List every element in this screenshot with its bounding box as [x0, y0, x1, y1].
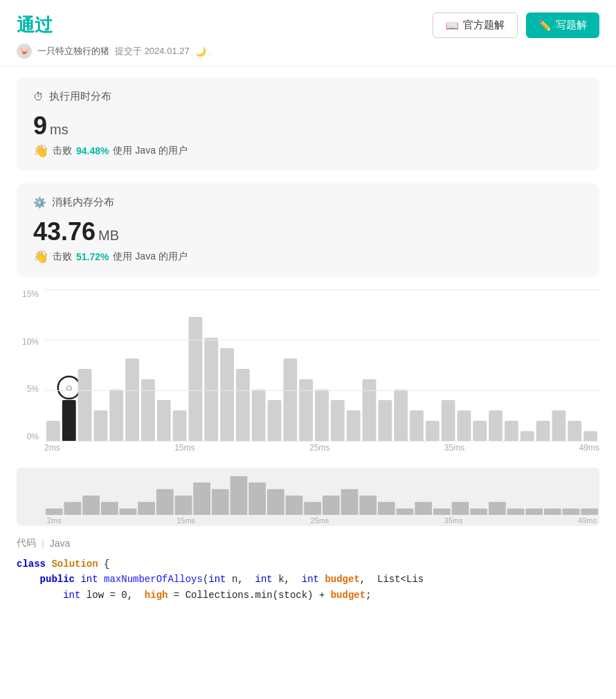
time-beat-suffix: 使用 Java 的用户 [113, 145, 187, 157]
mini-x-1: 15ms [176, 516, 195, 525]
mini-x-0: 2ms [47, 516, 62, 525]
svg-rect-16 [268, 400, 282, 442]
svg-rect-64 [544, 509, 561, 515]
time-beat-pct: 94.48% [76, 145, 109, 156]
svg-rect-17 [283, 358, 297, 442]
lang-name: Java [50, 538, 71, 549]
svg-rect-13 [220, 348, 234, 442]
user-row: 🐷 一只特立独行的猪 提交于 2024.01.27 🌙 . [17, 44, 599, 59]
svg-rect-39 [82, 496, 100, 515]
code-line-1: class Solution { [17, 556, 599, 572]
svg-rect-10 [173, 410, 187, 442]
svg-rect-27 [442, 400, 455, 442]
write-solution-label: 写题解 [556, 19, 587, 32]
svg-rect-54 [359, 496, 377, 515]
svg-rect-8 [141, 379, 155, 442]
code-label: 代码 [17, 537, 36, 550]
memory-unit: MB [98, 228, 119, 243]
code-line-2: public int maxNumberOfAlloys(int n, int … [17, 572, 599, 587]
svg-rect-60 [470, 509, 487, 515]
svg-rect-49 [267, 489, 284, 515]
svg-rect-11 [188, 317, 202, 442]
memory-card-header: ⚙️ 消耗内存分布 [33, 196, 583, 209]
svg-rect-28 [458, 410, 471, 442]
svg-rect-4 [78, 369, 92, 442]
memory-value: 43.76MB [33, 217, 583, 246]
pencil-icon: ✏️ [538, 19, 552, 32]
book-icon: 📖 [446, 19, 459, 32]
svg-rect-37 [46, 509, 63, 515]
mem-icon: ⚙️ [33, 197, 46, 209]
submit-date: 2024.01.27 [145, 46, 190, 56]
svg-rect-18 [299, 379, 313, 442]
mini-x-labels: 2ms 15ms 25ms 35ms 49ms [44, 515, 599, 526]
write-solution-button[interactable]: ✏️ 写题解 [526, 12, 599, 38]
svg-rect-38 [64, 502, 82, 515]
y-label-1: 5% [17, 384, 39, 394]
svg-rect-53 [341, 489, 359, 515]
svg-rect-34 [552, 410, 566, 442]
svg-rect-65 [563, 509, 580, 515]
svg-rect-46 [212, 489, 229, 515]
code-lang-bar: 代码 | Java [17, 537, 599, 550]
svg-rect-44 [175, 496, 192, 515]
beat-prefix: 击败 [53, 145, 72, 157]
svg-rect-43 [156, 489, 174, 515]
svg-text:☺: ☺ [64, 383, 73, 393]
code-line-3: int low = 0, high = Collections.min(stoc… [17, 588, 599, 603]
svg-rect-21 [347, 410, 361, 442]
clock-icon: ⏱ [33, 91, 44, 102]
svg-rect-61 [489, 502, 506, 515]
x-label-0: 2ms [44, 443, 60, 453]
svg-rect-58 [433, 509, 451, 515]
svg-rect-15 [252, 390, 266, 442]
divider: | [42, 538, 44, 549]
x-label-3: 35ms [444, 443, 464, 453]
svg-rect-40 [101, 502, 118, 515]
avatar: 🐷 [17, 44, 32, 59]
svg-rect-55 [378, 502, 395, 515]
x-label-4: 49ms [579, 443, 599, 453]
svg-rect-14 [236, 369, 250, 442]
memory-stats-card: ⚙️ 消耗内存分布 43.76MB 👋 击败 51.72% 使用 Java 的用… [17, 183, 599, 277]
mem-beat-prefix: 击败 [53, 251, 72, 263]
svg-rect-35 [568, 421, 581, 442]
chart-section: 0% 5% 10% 15% ☺ [17, 289, 599, 526]
svg-rect-48 [248, 482, 266, 515]
svg-rect-31 [505, 421, 518, 442]
header-top: 通过 📖 官方题解 ✏️ 写题解 [17, 12, 599, 38]
svg-rect-30 [489, 410, 502, 442]
svg-rect-6 [109, 390, 123, 442]
svg-rect-56 [397, 509, 414, 515]
svg-rect-25 [410, 410, 424, 442]
mini-x-3: 35ms [444, 516, 463, 525]
time-number: 9 [33, 111, 47, 140]
svg-rect-33 [536, 421, 550, 442]
svg-rect-7 [125, 358, 139, 442]
time-beat: 👋 击败 94.48% 使用 Java 的用户 [33, 143, 583, 158]
svg-rect-47 [230, 476, 248, 515]
official-solution-button[interactable]: 📖 官方题解 [433, 12, 518, 38]
svg-rect-50 [286, 496, 303, 515]
svg-rect-59 [452, 502, 469, 515]
svg-rect-62 [507, 509, 525, 515]
header: 通过 📖 官方题解 ✏️ 写题解 🐷 一只特立独行的猪 提交于 2024.01.… [0, 0, 616, 66]
svg-rect-63 [525, 509, 543, 515]
svg-rect-29 [473, 421, 487, 442]
time-stats-card: ⏱ 执行用时分布 9ms 👋 击败 94.48% 使用 Java 的用户 [17, 78, 599, 171]
user-name[interactable]: 一只特立独行的猪 [37, 45, 109, 57]
official-solution-label: 官方题解 [463, 19, 505, 32]
svg-rect-26 [426, 421, 440, 442]
memory-card-title: 消耗内存分布 [52, 196, 114, 209]
svg-rect-51 [304, 502, 321, 515]
submit-info: 提交于 2024.01.27 [115, 45, 190, 57]
main-chart: 0% 5% 10% 15% ☺ [17, 289, 599, 462]
time-card-title: 执行用时分布 [49, 90, 111, 103]
time-card-header: ⏱ 执行用时分布 [33, 90, 583, 103]
svg-rect-19 [315, 390, 329, 442]
memory-beat-suffix: 使用 Java 的用户 [113, 251, 187, 263]
svg-rect-1 [62, 400, 76, 442]
header-buttons: 📖 官方题解 ✏️ 写题解 [433, 12, 599, 38]
svg-rect-23 [378, 400, 392, 442]
svg-rect-9 [157, 400, 171, 442]
